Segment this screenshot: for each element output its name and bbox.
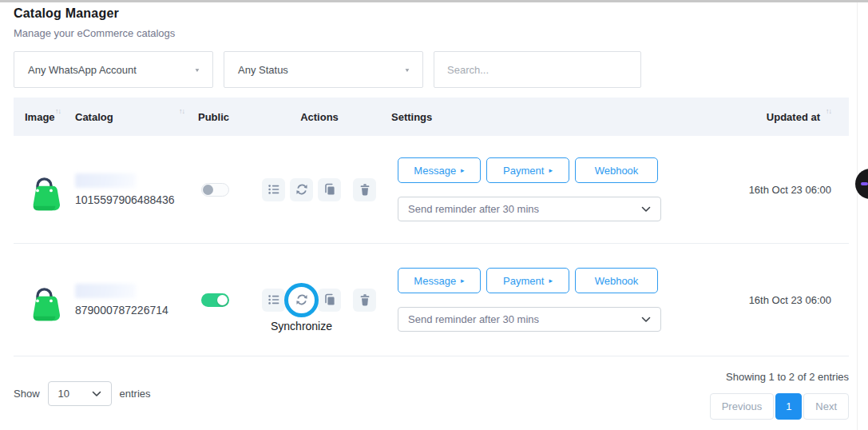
synchronize-annotation-label: Synchronize <box>271 320 332 332</box>
pagination-area: Showing 1 to 2 of 2 entries Previous 1 N… <box>710 371 849 420</box>
reminder-select[interactable]: Send reminder after 30 mins <box>398 197 661 221</box>
public-toggle[interactable] <box>201 293 229 307</box>
payment-settings-button[interactable]: Payment▸ <box>486 157 569 183</box>
sort-icon[interactable]: ↑↓ <box>55 107 61 115</box>
submenu-arrow-icon: ▸ <box>549 167 553 174</box>
search-input[interactable] <box>434 51 641 88</box>
catalog-cell: 879000787226714 <box>64 284 188 317</box>
submenu-arrow-icon: ▸ <box>461 167 465 174</box>
reminder-select-value: Send reminder after 30 mins <box>408 203 539 215</box>
list-icon <box>268 183 280 196</box>
page-subtitle: Manage your eCommerce catalogs <box>14 27 849 39</box>
whatsapp-account-select[interactable]: Any WhatsApp Account ▼ <box>14 51 213 88</box>
sync-icon <box>295 293 308 306</box>
catalog-manager-page: Catalog Manager Manage your eCommerce ca… <box>0 0 868 430</box>
current-page-button[interactable]: 1 <box>775 393 802 420</box>
catalog-id: 1015597906488436 <box>75 193 175 206</box>
chevron-down-icon <box>641 317 651 323</box>
copy-icon <box>323 293 336 306</box>
submenu-arrow-icon: ▸ <box>461 277 465 285</box>
reminder-select-value: Send reminder after 30 mins <box>408 313 539 325</box>
actions-cell <box>256 178 383 201</box>
column-header-image[interactable]: Image ↑↓ <box>14 111 64 123</box>
message-settings-button[interactable]: Message▸ <box>398 157 481 183</box>
public-cell <box>188 183 256 197</box>
table-header-row: Image ↑↓ Catalog ↑↓ Public Actions Setti… <box>14 98 849 136</box>
catalog-name-redacted <box>75 173 136 188</box>
catalog-image-cell <box>14 167 64 213</box>
catalog-image-cell <box>14 277 64 323</box>
widget-dash-icon <box>861 182 868 185</box>
page-title: Catalog Manager <box>14 6 849 21</box>
catalog-id: 879000787226714 <box>75 304 168 317</box>
public-cell <box>188 293 256 307</box>
whatsapp-account-select-value: Any WhatsApp Account <box>28 64 137 76</box>
list-items-button[interactable] <box>262 178 285 201</box>
toggle-knob <box>217 295 228 305</box>
payment-settings-button[interactable]: Payment▸ <box>486 268 569 293</box>
table-footer: Show 10 entries Showing 1 to 2 of 2 entr… <box>14 356 849 420</box>
synchronize-annotated-wrap: Synchronize <box>290 289 313 312</box>
status-select[interactable]: Any Status ▼ <box>224 51 423 88</box>
filter-bar: Any WhatsApp Account ▼ Any Status ▼ <box>14 51 849 88</box>
entries-label: entries <box>120 388 151 400</box>
submenu-arrow-icon: ▸ <box>549 277 553 285</box>
synchronize-button[interactable] <box>290 178 313 201</box>
column-header-public: Public <box>188 111 256 123</box>
dropdown-caret-icon: ▼ <box>404 66 410 72</box>
settings-cell: Message▸ Payment▸ Webhook Send reminder … <box>383 157 671 221</box>
sync-icon <box>295 183 308 196</box>
webhook-settings-button[interactable]: Webhook <box>575 157 658 183</box>
actions-cell: Synchronize <box>256 289 383 312</box>
chevron-down-icon <box>641 206 651 213</box>
show-label: Show <box>14 388 40 400</box>
delete-button[interactable] <box>353 289 376 312</box>
message-settings-button[interactable]: Message▸ <box>398 268 481 293</box>
toggle-knob <box>203 185 213 195</box>
column-header-catalog[interactable]: Catalog ↑↓ <box>64 111 188 123</box>
shopping-bag-icon <box>25 277 64 323</box>
list-items-button[interactable] <box>262 289 285 312</box>
trash-icon <box>359 183 371 196</box>
previous-page-button[interactable]: Previous <box>710 393 775 420</box>
column-header-updated-at[interactable]: Updated at ↑↓ <box>671 111 849 123</box>
catalog-cell: 1015597906488436 <box>64 173 188 206</box>
synchronize-highlight-ring[interactable] <box>284 283 319 317</box>
column-header-actions: Actions <box>256 111 383 123</box>
catalog-name-redacted <box>75 284 136 298</box>
shopping-bag-icon <box>25 167 64 213</box>
dropdown-caret-icon: ▼ <box>194 66 200 72</box>
table-row: 1015597906488436 Message▸ Payment▸ Webho… <box>14 136 849 244</box>
next-page-button[interactable]: Next <box>803 393 849 420</box>
sort-icon[interactable]: ↑↓ <box>826 107 831 115</box>
updated-at-cell: 16th Oct 23 06:00 <box>671 294 849 306</box>
table-row: 879000787226714 Synchronize Message▸ Pay… <box>14 244 849 356</box>
window-top-edge <box>0 0 868 2</box>
updated-at-cell: 16th Oct 23 06:00 <box>671 184 849 196</box>
status-select-value: Any Status <box>238 64 288 76</box>
page-size-group: Show 10 entries <box>14 368 151 420</box>
showing-entries-text: Showing 1 to 2 of 2 entries <box>726 371 849 383</box>
column-header-settings: Settings <box>383 111 671 123</box>
pagination: Previous 1 Next <box>710 393 849 420</box>
reminder-select[interactable]: Send reminder after 30 mins <box>398 307 661 332</box>
sort-icon[interactable]: ↑↓ <box>179 107 184 115</box>
copy-icon <box>323 183 336 196</box>
public-toggle[interactable] <box>201 183 229 197</box>
delete-button[interactable] <box>353 178 376 201</box>
trash-icon <box>359 293 371 306</box>
settings-cell: Message▸ Payment▸ Webhook Send reminder … <box>383 268 671 332</box>
page-size-value: 10 <box>58 388 69 400</box>
duplicate-button[interactable] <box>318 289 341 312</box>
duplicate-button[interactable] <box>318 178 341 201</box>
list-icon <box>268 293 280 306</box>
page-size-select[interactable]: 10 <box>48 381 112 406</box>
chevron-down-icon <box>92 391 101 397</box>
webhook-settings-button[interactable]: Webhook <box>575 268 658 293</box>
